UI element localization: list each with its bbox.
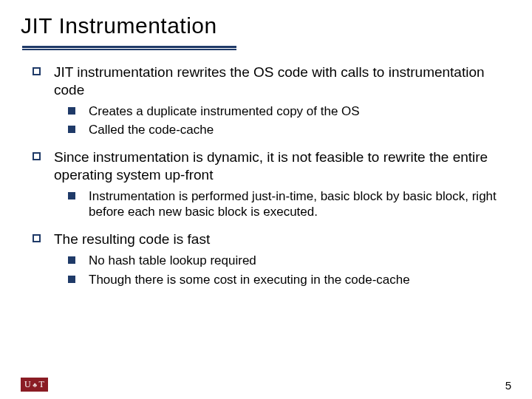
list-item: JIT instrumentation rewrites the OS code… <box>33 64 505 99</box>
title-underline-icon <box>22 46 236 50</box>
sub-list-item: Called the code-cache <box>68 122 505 138</box>
slide: JIT Instrumentation JIT instrumentation … <box>0 0 532 399</box>
list-item-text: JIT instrumentation rewrites the OS code… <box>54 64 505 99</box>
slide-content: JIT instrumentation rewrites the OS code… <box>21 64 511 287</box>
filled-square-bullet-icon <box>68 276 75 283</box>
page-number: 5 <box>505 379 511 392</box>
university-logo: U ♣ T <box>21 378 48 392</box>
logo-left-letter: U <box>24 379 31 390</box>
hollow-square-bullet-icon <box>33 234 41 242</box>
filled-square-bullet-icon <box>68 126 75 133</box>
sub-list-item-text: Though there is some cost in executing i… <box>89 272 505 288</box>
sub-list-item: Though there is some cost in executing i… <box>68 272 505 288</box>
logo-right-letter: T <box>39 379 45 390</box>
filled-square-bullet-icon <box>68 107 75 115</box>
sub-list: Instrumentation is performed just-in-tim… <box>68 188 505 221</box>
sub-list-item-text: No hash table lookup required <box>89 253 505 269</box>
crest-icon: ♣ <box>33 381 37 389</box>
sub-list-item-text: Creates a duplicate instrumented copy of… <box>89 103 505 120</box>
sub-list-item: Instrumentation is performed just-in-tim… <box>68 188 505 221</box>
slide-title: JIT Instrumentation <box>21 13 511 43</box>
sub-list-item: Creates a duplicate instrumented copy of… <box>68 103 505 120</box>
hollow-square-bullet-icon <box>33 67 41 75</box>
sub-list: Creates a duplicate instrumented copy of… <box>68 103 505 139</box>
list-item-text: Since instrumentation is dynamic, it is … <box>54 149 505 184</box>
hollow-square-bullet-icon <box>33 152 41 160</box>
list-item: Since instrumentation is dynamic, it is … <box>33 149 505 184</box>
slide-footer: U ♣ T 5 <box>0 378 532 392</box>
sub-list-item-text: Instrumentation is performed just-in-tim… <box>89 188 505 221</box>
sub-list-item: No hash table lookup required <box>68 253 505 269</box>
list-item-text: The resulting code is fast <box>54 231 505 248</box>
filled-square-bullet-icon <box>68 192 75 200</box>
sub-list: No hash table lookup required Though the… <box>68 253 505 288</box>
filled-square-bullet-icon <box>68 256 75 264</box>
sub-list-item-text: Called the code-cache <box>89 122 505 138</box>
list-item: The resulting code is fast <box>33 231 505 248</box>
